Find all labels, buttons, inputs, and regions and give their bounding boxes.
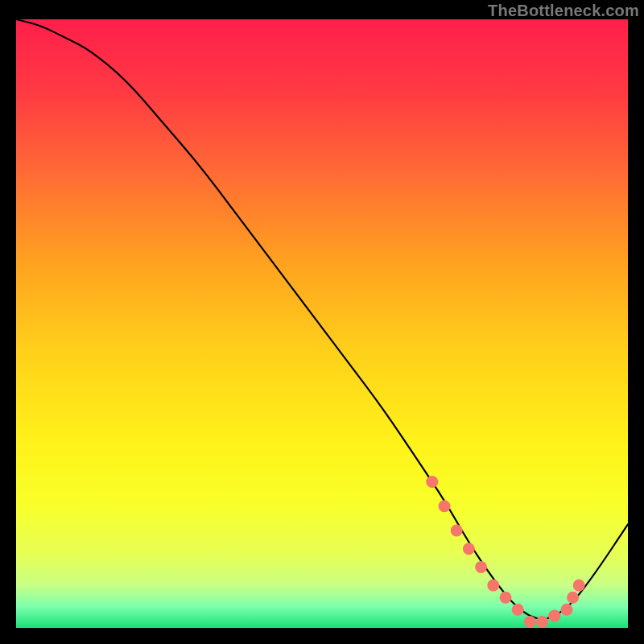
bottleneck-chart bbox=[0, 0, 644, 644]
curve-marker bbox=[567, 592, 579, 604]
curve-marker bbox=[561, 604, 573, 616]
curve-marker bbox=[536, 616, 548, 628]
curve-marker bbox=[439, 500, 451, 512]
curve-marker bbox=[487, 580, 499, 592]
plot-area bbox=[16, 19, 628, 628]
curve-marker bbox=[524, 616, 536, 628]
curve-marker bbox=[512, 604, 524, 616]
curve-marker bbox=[573, 580, 585, 592]
curve-marker bbox=[500, 592, 512, 604]
curve-marker bbox=[548, 609, 560, 621]
watermark-text: TheBottleneck.com bbox=[488, 2, 639, 20]
curve-marker bbox=[451, 525, 463, 537]
curve-marker bbox=[475, 561, 487, 573]
curve-marker bbox=[463, 543, 475, 555]
curve-marker bbox=[426, 476, 438, 488]
chart-stage: TheBottleneck.com bbox=[0, 0, 644, 644]
